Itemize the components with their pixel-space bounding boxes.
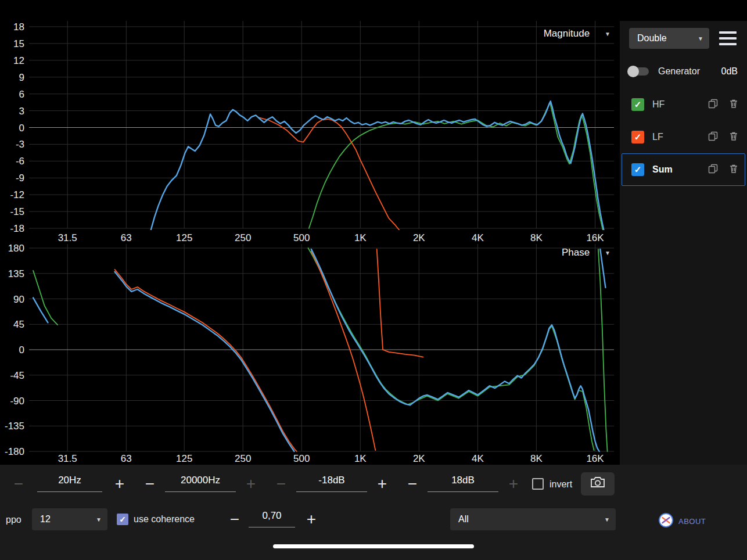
use-coherence-label: use coherence bbox=[134, 514, 195, 525]
measurement-list: ✓ HF ✓ LF ✓ Su bbox=[620, 88, 747, 186]
view-layout-dropdown[interactable]: Double ▼ bbox=[629, 28, 709, 49]
screenshot-button[interactable] bbox=[581, 472, 615, 496]
x-axis-tick-label: 125 bbox=[176, 232, 192, 243]
x-axis-tick-label: 63 bbox=[121, 232, 132, 243]
x-axis-tick-label: 500 bbox=[293, 453, 310, 464]
generator-toggle[interactable] bbox=[629, 67, 649, 76]
menu-button[interactable] bbox=[718, 29, 738, 48]
invert-checkbox[interactable]: ✓ bbox=[532, 478, 544, 490]
y-axis-tick-label: 9 bbox=[19, 72, 24, 83]
y-axis-tick-label: -90 bbox=[10, 396, 24, 407]
view-layout-value: Double bbox=[637, 33, 667, 44]
measurement-row-hf[interactable]: ✓ HF bbox=[622, 88, 745, 121]
y-axis-tick-label: -15 bbox=[10, 206, 24, 217]
trash-icon bbox=[729, 99, 738, 111]
x-axis-tick-label: 8K bbox=[530, 232, 543, 243]
delete-measurement-button[interactable] bbox=[727, 98, 740, 111]
phase-chart-panel: 31.5631252505001K2K4K8K16K18013590450-45… bbox=[0, 244, 620, 465]
y-axis-tick-label: 90 bbox=[13, 294, 24, 305]
series-lf bbox=[311, 252, 376, 450]
end-frequency-field[interactable]: 20000Hz bbox=[165, 475, 236, 492]
max-level-decrement-button[interactable]: − bbox=[405, 476, 419, 492]
coherence-threshold-increment-button[interactable]: + bbox=[304, 511, 318, 527]
x-axis-tick-label: 1K bbox=[354, 453, 367, 464]
y-axis-tick-label: 0 bbox=[19, 123, 24, 134]
copy-icon bbox=[708, 131, 718, 143]
y-axis-tick-label: -12 bbox=[10, 189, 24, 200]
check-icon: ✓ bbox=[634, 99, 642, 110]
min-level-increment-button[interactable]: + bbox=[375, 476, 389, 492]
min-level-field[interactable]: -18dB bbox=[296, 475, 367, 492]
series-hf bbox=[33, 271, 58, 325]
end-frequency-decrement-button[interactable]: − bbox=[143, 476, 157, 492]
x-axis-tick-label: 16K bbox=[586, 232, 604, 243]
x-axis-tick-label: 4K bbox=[472, 232, 484, 243]
home-indicator[interactable] bbox=[273, 544, 474, 548]
y-axis-tick-label: 45 bbox=[13, 319, 24, 330]
generator-label: Generator bbox=[658, 66, 700, 77]
delete-measurement-button[interactable] bbox=[727, 131, 740, 143]
about-label: ABOUT bbox=[678, 517, 706, 526]
phase-plot[interactable]: 31.5631252505001K2K4K8K16K18013590450-45… bbox=[0, 244, 620, 465]
chevron-down-icon: ▼ bbox=[605, 31, 610, 37]
x-axis-tick-label: 31.5 bbox=[58, 232, 77, 243]
y-axis-tick-label: -18 bbox=[10, 223, 24, 234]
min-level-decrement-button[interactable]: − bbox=[274, 476, 288, 492]
magnitude-mode-dropdown[interactable]: Magnitude ▼ bbox=[544, 28, 610, 40]
max-level-increment-button[interactable]: + bbox=[507, 476, 520, 492]
x-axis-tick-label: 250 bbox=[235, 453, 251, 464]
app-window: 31.5631252505001K2K4K8K16K1815129630-3-6… bbox=[0, 0, 747, 560]
about-button[interactable]: ABOUT bbox=[658, 512, 706, 530]
filter-value: All bbox=[458, 514, 469, 525]
filter-dropdown[interactable]: All ▼ bbox=[450, 508, 616, 530]
measurement-row-sum[interactable]: ✓ Sum bbox=[622, 153, 745, 186]
phase-mode-dropdown[interactable]: Phase ▼ bbox=[562, 247, 610, 259]
coherence-threshold-decrement-button[interactable]: − bbox=[228, 511, 242, 527]
chart-mode-label: Magnitude bbox=[544, 28, 590, 40]
measurement-row-lf[interactable]: ✓ LF bbox=[622, 121, 745, 153]
y-axis-tick-label: 18 bbox=[13, 21, 24, 33]
hamburger-icon bbox=[719, 31, 737, 34]
series-sum bbox=[33, 298, 48, 323]
invert-label: invert bbox=[550, 479, 572, 490]
series-sum bbox=[150, 101, 604, 232]
series-hf bbox=[308, 248, 594, 450]
start-frequency-field[interactable]: 20Hz bbox=[37, 475, 102, 492]
x-axis-tick-label: 2K bbox=[413, 453, 425, 464]
y-axis-tick-label: 3 bbox=[19, 106, 24, 117]
measurement-checkbox[interactable]: ✓ bbox=[631, 98, 644, 111]
trash-icon bbox=[729, 131, 738, 143]
magnitude-plot[interactable]: 31.5631252505001K2K4K8K16K1815129630-3-6… bbox=[0, 21, 620, 244]
clone-measurement-button[interactable] bbox=[706, 131, 719, 143]
series-lf bbox=[115, 270, 297, 451]
use-coherence-checkbox[interactable]: ✓ bbox=[117, 514, 128, 525]
check-icon: ✓ bbox=[634, 164, 642, 175]
coherence-threshold-field[interactable]: 0,70 bbox=[249, 510, 295, 527]
measurement-checkbox[interactable]: ✓ bbox=[631, 131, 644, 143]
y-axis-tick-label: 12 bbox=[13, 55, 24, 66]
delete-measurement-button[interactable] bbox=[727, 163, 740, 176]
measurement-checkbox[interactable]: ✓ bbox=[631, 163, 644, 176]
x-axis-tick-label: 125 bbox=[176, 453, 192, 464]
clone-measurement-button[interactable] bbox=[706, 163, 719, 176]
y-axis-tick-label: 0 bbox=[19, 344, 24, 356]
ppo-dropdown[interactable]: 12 ▼ bbox=[32, 508, 107, 530]
x-axis-tick-label: 4K bbox=[472, 453, 484, 464]
y-axis-tick-label: -135 bbox=[5, 421, 24, 432]
x-axis-tick-label: 1K bbox=[354, 232, 367, 243]
y-axis-tick-label: 6 bbox=[19, 89, 24, 100]
chevron-down-icon: ▼ bbox=[605, 250, 610, 256]
x-axis-tick-label: 500 bbox=[293, 232, 310, 243]
max-level-field[interactable]: 18dB bbox=[428, 475, 498, 492]
start-frequency-decrement-button[interactable]: − bbox=[12, 476, 26, 492]
start-frequency-increment-button[interactable]: + bbox=[113, 476, 127, 492]
y-axis-tick-label: -180 bbox=[5, 446, 24, 457]
y-axis-tick-label: -45 bbox=[10, 370, 24, 381]
y-axis-tick-label: -6 bbox=[16, 156, 24, 167]
clone-measurement-button[interactable] bbox=[706, 98, 719, 111]
check-icon: ✓ bbox=[634, 132, 642, 142]
y-axis-tick-label: -3 bbox=[16, 139, 24, 150]
end-frequency-increment-button[interactable]: + bbox=[244, 476, 258, 492]
side-panel: Double ▼ Generator 0dB ✓ HF bbox=[620, 21, 747, 465]
magnitude-chart-panel: 31.5631252505001K2K4K8K16K1815129630-3-6… bbox=[0, 21, 620, 244]
